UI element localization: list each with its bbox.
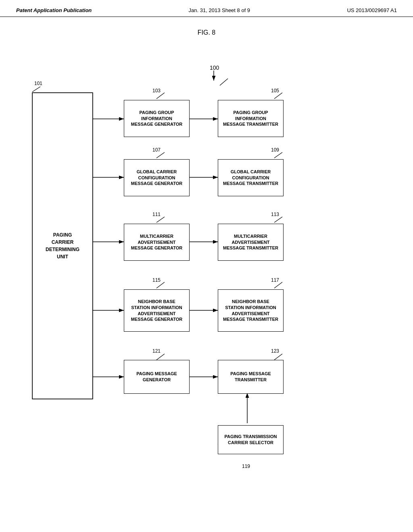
multicarrier-gen-label: MULTICARRIERADVERTISEMENTMESSAGE GENERAT… bbox=[131, 233, 182, 251]
fig-title: FIG. 8 bbox=[0, 29, 413, 36]
paging-group-gen-box: PAGING GROUPINFORMATIONMESSAGE GENERATOR bbox=[124, 100, 190, 137]
ref-121: 121 bbox=[152, 348, 161, 354]
paging-group-gen-label: PAGING GROUPINFORMATIONMESSAGE GENERATOR bbox=[131, 110, 182, 128]
svg-line-25 bbox=[274, 354, 282, 360]
svg-line-23 bbox=[274, 282, 282, 288]
neighbor-tx-box: NEIGHBOR BASESTATION INFORMATIONADVERTIS… bbox=[218, 289, 284, 332]
global-carrier-gen-box: GLOBAL CARRIERCONFIGURATIONMESSAGE GENER… bbox=[124, 159, 190, 196]
svg-line-16 bbox=[156, 93, 165, 99]
ref-107: 107 bbox=[152, 147, 161, 153]
ref-111: 111 bbox=[152, 212, 161, 217]
diagram-area: 100 101 103 105 107 109 111 113 115 117 … bbox=[0, 40, 413, 504]
svg-line-22 bbox=[156, 282, 165, 288]
page-header: Patent Application Publication Jan. 31, … bbox=[0, 0, 413, 17]
svg-line-18 bbox=[156, 152, 165, 158]
paging-msg-tx-box: PAGING MESSAGETRANSMITTER bbox=[218, 360, 284, 394]
svg-line-27 bbox=[220, 79, 228, 85]
ref-115: 115 bbox=[152, 277, 161, 283]
multicarrier-tx-box: MULTICARRIERADVERTISEMENTMESSAGE TRANSMI… bbox=[218, 224, 284, 261]
svg-line-19 bbox=[274, 152, 282, 158]
paging-carrier-unit-box: PAGINGCARRIERDETERMININGUNIT bbox=[32, 93, 93, 399]
ref-103: 103 bbox=[152, 88, 161, 94]
ref-117: 117 bbox=[271, 277, 279, 283]
header-left: Patent Application Publication bbox=[16, 7, 92, 13]
svg-line-21 bbox=[274, 217, 282, 222]
neighbor-gen-box: NEIGHBOR BASESTATION INFORMATIONADVERTIS… bbox=[124, 289, 190, 332]
ref-100: 100 bbox=[210, 64, 219, 71]
svg-line-15 bbox=[32, 87, 40, 92]
paging-tx-carrier-label: PAGING TRANSMISSIONCARRIER SELECTOR bbox=[225, 434, 277, 446]
paging-group-tx-label: PAGING GROUPINFORMATIONMESSAGE TRANSMITT… bbox=[223, 110, 278, 128]
global-carrier-tx-label: GLOBAL CARRIERCONFIGURATIONMESSAGE TRANS… bbox=[223, 169, 278, 187]
paging-msg-gen-label: PAGING MESSAGEGENERATOR bbox=[136, 371, 177, 383]
svg-line-24 bbox=[156, 354, 165, 360]
ref-123: 123 bbox=[271, 348, 279, 354]
ref-101: 101 bbox=[34, 81, 42, 86]
paging-carrier-unit-label: PAGINGCARRIERDETERMININGUNIT bbox=[46, 231, 79, 260]
paging-tx-carrier-box: PAGING TRANSMISSIONCARRIER SELECTOR bbox=[218, 425, 284, 454]
global-carrier-tx-box: GLOBAL CARRIERCONFIGURATIONMESSAGE TRANS… bbox=[218, 159, 284, 196]
global-carrier-gen-label: GLOBAL CARRIERCONFIGURATIONMESSAGE GENER… bbox=[131, 169, 182, 187]
multicarrier-tx-label: MULTICARRIERADVERTISEMENTMESSAGE TRANSMI… bbox=[223, 233, 278, 251]
ref-113: 113 bbox=[271, 212, 279, 217]
ref-109: 109 bbox=[271, 147, 279, 153]
ref-119: 119 bbox=[242, 463, 250, 469]
svg-line-20 bbox=[156, 217, 165, 222]
paging-group-tx-box: PAGING GROUPINFORMATIONMESSAGE TRANSMITT… bbox=[218, 100, 284, 137]
ref-105: 105 bbox=[271, 88, 279, 94]
paging-msg-gen-box: PAGING MESSAGEGENERATOR bbox=[124, 360, 190, 394]
neighbor-gen-label: NEIGHBOR BASESTATION INFORMATIONADVERTIS… bbox=[131, 299, 182, 322]
header-right: US 2013/0029697 A1 bbox=[347, 7, 397, 13]
neighbor-tx-label: NEIGHBOR BASESTATION INFORMATIONADVERTIS… bbox=[223, 299, 278, 322]
paging-msg-tx-label: PAGING MESSAGETRANSMITTER bbox=[230, 371, 271, 383]
header-center: Jan. 31, 2013 Sheet 8 of 9 bbox=[189, 7, 250, 13]
svg-line-17 bbox=[274, 93, 282, 99]
multicarrier-gen-box: MULTICARRIERADVERTISEMENTMESSAGE GENERAT… bbox=[124, 224, 190, 261]
